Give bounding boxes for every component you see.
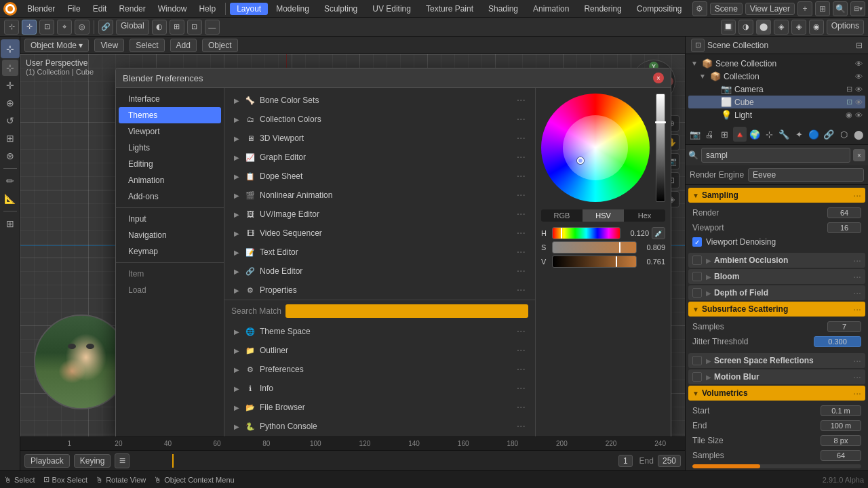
menu-render[interactable]: Render [113,3,151,15]
theme-dots-6[interactable]: ··· [517,190,526,201]
toolbar-cursor-icon[interactable]: ✛ [22,20,37,35]
vol-samples-value[interactable]: 64 [821,450,861,461]
theme-dots-15[interactable]: ··· [517,383,526,394]
color-mode-rgb[interactable]: RGB [541,209,583,222]
theme-dope-sheet[interactable]: ▶ 📋 Dope Sheet ··· [224,167,535,186]
toolbar-select-icon[interactable]: ⊹ [4,20,19,35]
workspace-layout[interactable]: Layout [230,3,268,15]
sampling-dots[interactable]: ··· [853,190,861,201]
prop-icon-particles[interactable]: ✦ [792,127,806,142]
xray-icon[interactable]: ◉ [809,20,824,35]
menu-blender[interactable]: Blender [22,3,60,15]
denoising-checkbox[interactable]: ✓ [692,237,702,247]
tool-rotate[interactable]: ↺ [2,113,18,129]
render-samples-value[interactable]: 64 [827,207,861,218]
theme-node-editor[interactable]: ▶ 🔗 Node Editor ··· [224,262,535,281]
color-wheel-wrapper[interactable] [541,94,652,204]
toolbar-circle-icon[interactable]: ◎ [75,20,90,35]
theme-3d-viewport[interactable]: ▶ 🖥 3D Viewport ··· [224,129,535,148]
ssr-dots[interactable]: ··· [853,355,861,366]
sampling-header[interactable]: ▼ Sampling ··· [688,188,865,203]
prop-icon-data[interactable]: ⬡ [837,127,850,142]
motion-blur-header[interactable]: ▶ Motion Blur ··· [688,369,865,384]
theme-info[interactable]: ▶ ℹ Info ··· [224,379,535,398]
prop-icon-constraints[interactable]: 🔗 [822,127,835,142]
ssr-header[interactable]: ▶ Screen Space Reflections ··· [688,353,865,368]
header-icon2[interactable]: 🔍 [833,1,848,16]
object-mode-btn[interactable]: Object Mode ▾ [24,39,89,52]
tool-transform[interactable]: ⊛ [2,148,18,164]
current-frame-display[interactable]: 1 [618,455,633,467]
dof-checkbox[interactable] [692,288,702,298]
viewport-shading4[interactable]: ◈ [774,20,789,35]
view-layer-plus-icon[interactable]: + [797,1,812,16]
menu-file[interactable]: File [62,3,85,15]
view-layer-btn[interactable]: View Layer [745,3,795,15]
sss-dots[interactable]: ··· [853,304,861,314]
theme-dots-11[interactable]: ··· [517,285,526,296]
workspace-shading[interactable]: Shading [481,3,525,15]
theme-dots-12[interactable]: ··· [517,326,526,337]
theme-dots-13[interactable]: ··· [517,345,526,356]
viewport-overlay-icon[interactable]: ◈ [791,20,806,35]
dof-header[interactable]: ▶ Depth of Field ··· [688,285,865,300]
theme-preferences-item[interactable]: ▶ ⚙ Preferences ··· [224,360,535,379]
prop-icon-object[interactable]: ⊹ [763,127,776,142]
theme-uv-image[interactable]: ▶ 🖼 UV/Image Editor ··· [224,205,535,224]
viewport-shading1[interactable]: 🔲 [721,20,736,35]
prefs-nav-load[interactable]: Load [119,282,221,298]
toolbar-box-select-icon[interactable]: ⊡ [39,20,54,35]
motion-blur-dots[interactable]: ··· [853,371,861,382]
end-frame-display[interactable]: 250 [658,455,681,467]
color-wheel-svg[interactable] [541,94,650,202]
camera-eye[interactable]: 👁 [855,85,863,94]
ao-dots[interactable]: ··· [853,255,861,266]
prefs-close-btn[interactable]: × [653,73,664,83]
volumetrics-header[interactable]: ▼ Volumetrics ··· [688,386,865,401]
timeline-menu-btn[interactable]: ≡ [115,453,130,468]
tool-add[interactable]: ⊞ [2,216,18,232]
menu-window[interactable]: Window [153,3,193,15]
viewport-area[interactable]: User Perspective (1) Collection | Cube [20,54,685,436]
theme-text-editor[interactable]: ▶ 📝 Text Editor ··· [224,243,535,262]
snap-icon[interactable]: 🔗 [98,20,113,35]
color-mode-hsv[interactable]: HSV [583,209,624,222]
theme-video-seq[interactable]: ▶ 🎞 Video Sequencer ··· [224,224,535,243]
theme-graph-editor[interactable]: ▶ 📈 Graph Editor ··· [224,148,535,167]
theme-dots-8[interactable]: ··· [517,228,526,239]
prop-icon-render[interactable]: 📷 [688,127,702,142]
object-menu[interactable]: Object [202,39,238,52]
motion-blur-checkbox[interactable] [692,372,702,382]
blender-logo[interactable] [3,1,18,16]
theme-nla[interactable]: ▶ 🎬 Nonlinear Animation ··· [224,186,535,205]
prefs-nav-portal[interactable] [119,298,221,305]
vol-dots[interactable]: ··· [853,388,861,399]
workspace-texture-paint[interactable]: Texture Paint [419,3,480,15]
tool-cursor[interactable]: ✛ [2,77,18,94]
prefs-nav-navigation[interactable]: Navigation [119,227,221,243]
prop-icon-scene[interactable]: 🔺 [733,127,747,142]
outliner-filter-icon[interactable]: ⊟ [856,41,863,50]
theme-properties[interactable]: ▶ ⚙ Properties ··· [224,281,535,300]
render-engine-selector[interactable]: Eevee [748,168,864,182]
theme-dots-16[interactable]: ··· [517,402,526,413]
properties-search-input[interactable] [701,148,850,163]
tool-select[interactable]: ⊹ [2,60,18,76]
toolbar-lasso-icon[interactable]: ⌖ [57,20,72,35]
ssr-checkbox[interactable] [692,356,702,365]
prefs-nav-keymap[interactable]: Keymap [119,243,221,260]
scene-collection-eye[interactable]: 👁 [855,60,863,68]
bloom-header[interactable]: ▶ Bloom ··· [688,269,865,284]
theme-outliner[interactable]: ▶ 📁 Outliner ··· [224,341,535,360]
jitter-value[interactable]: 0.300 [814,336,861,347]
eyedropper-btn[interactable]: 💉 [652,227,665,239]
workspace-uv-editing[interactable]: UV Editing [366,3,418,15]
theme-dots-7[interactable]: ··· [517,209,526,220]
prefs-nav-animation[interactable]: Animation [119,172,221,188]
tool-scale[interactable]: ⊞ [2,130,18,146]
prefs-nav-themes[interactable]: Themes [119,107,221,123]
v-slider[interactable] [552,256,637,268]
workspace-animation[interactable]: Animation [526,3,576,15]
scene-gear-icon[interactable]: ⚙ [692,1,707,16]
transform-mode-select[interactable]: Global [116,20,149,35]
